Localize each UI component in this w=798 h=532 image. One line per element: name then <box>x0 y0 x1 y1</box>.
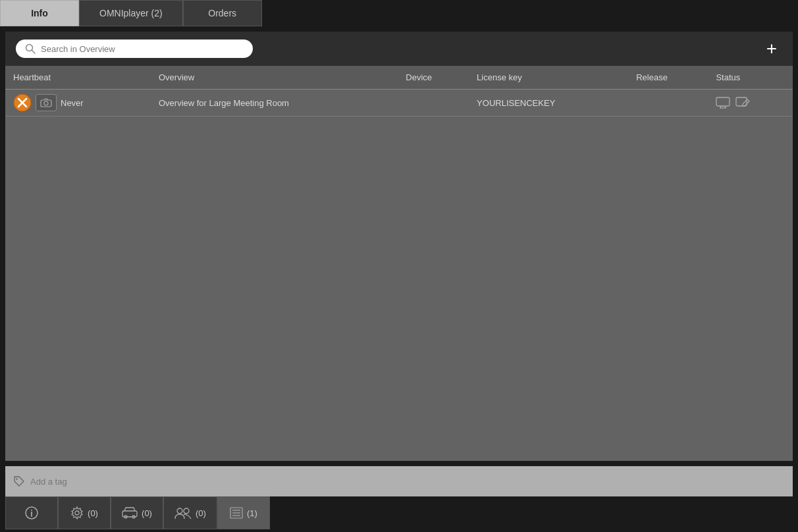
bottom-btn-info[interactable] <box>5 496 58 529</box>
col-license-key: License key <box>469 66 628 90</box>
main-content-area: + Heartbeat Overview Device License key … <box>5 32 793 461</box>
col-release: Release <box>628 66 708 90</box>
svg-line-1 <box>32 51 36 54</box>
tab-orders[interactable]: Orders <box>183 0 262 26</box>
heartbeat-text: Never <box>61 98 84 108</box>
info-icon <box>24 506 39 520</box>
camera-icon <box>40 98 52 107</box>
group-icon <box>174 506 192 519</box>
col-heartbeat: Heartbeat <box>5 66 151 90</box>
overview-table: Heartbeat Overview Device License key Re… <box>5 66 793 117</box>
svg-rect-7 <box>716 97 730 106</box>
settings-badge: (0) <box>88 508 98 518</box>
gear-icon <box>70 506 84 519</box>
svg-point-16 <box>75 511 79 515</box>
car-badge: (0) <box>142 508 152 518</box>
list-badge: (1) <box>247 508 257 518</box>
add-button[interactable]: + <box>761 40 782 58</box>
car-icon <box>122 507 138 519</box>
col-overview: Overview <box>151 66 398 90</box>
bottom-btn-car[interactable]: (0) <box>111 496 163 529</box>
list-icon <box>230 507 243 519</box>
col-status: Status <box>708 66 793 90</box>
svg-point-20 <box>177 508 182 514</box>
svg-point-15 <box>31 510 32 511</box>
col-device: Device <box>398 66 469 90</box>
screen-edit-icon <box>735 97 750 109</box>
bottom-toolbar: (0) (0) (0) (1) <box>5 496 793 529</box>
overview-cell: Overview for Large Meeting Room <box>151 90 398 117</box>
license-key-cell: YOURLISENCEKEY <box>469 90 628 117</box>
heartbeat-status-icon <box>13 93 32 112</box>
bottom-btn-list[interactable]: (1) <box>217 496 270 529</box>
svg-point-6 <box>44 101 48 105</box>
tag-bar <box>5 466 793 496</box>
group-badge: (0) <box>196 508 206 518</box>
tab-info[interactable]: Info <box>0 0 79 26</box>
monitor-icon <box>716 97 730 109</box>
top-tab-bar: Info OMNIplayer (2) Orders <box>0 0 798 26</box>
release-cell <box>628 90 708 117</box>
bottom-btn-settings[interactable]: (0) <box>58 496 111 529</box>
status-cell <box>708 90 793 117</box>
table-row[interactable]: Never Overview for Large Meeting Room YO… <box>5 90 793 117</box>
table-container: Heartbeat Overview Device License key Re… <box>5 66 793 461</box>
tag-input[interactable] <box>30 477 785 487</box>
table-header-row: Heartbeat Overview Device License key Re… <box>5 66 793 90</box>
search-input-wrap[interactable] <box>16 40 253 58</box>
tab-omniplayer[interactable]: OMNIplayer (2) <box>79 0 183 26</box>
device-cell <box>398 90 469 117</box>
search-bar: + <box>5 32 793 66</box>
svg-point-21 <box>184 508 189 514</box>
heartbeat-cell: Never <box>5 90 151 117</box>
bottom-btn-group[interactable]: (0) <box>163 496 217 529</box>
tag-icon <box>13 475 25 487</box>
search-input[interactable] <box>41 44 244 54</box>
svg-point-12 <box>16 478 17 479</box>
camera-button[interactable] <box>36 94 57 111</box>
search-icon <box>25 43 36 54</box>
